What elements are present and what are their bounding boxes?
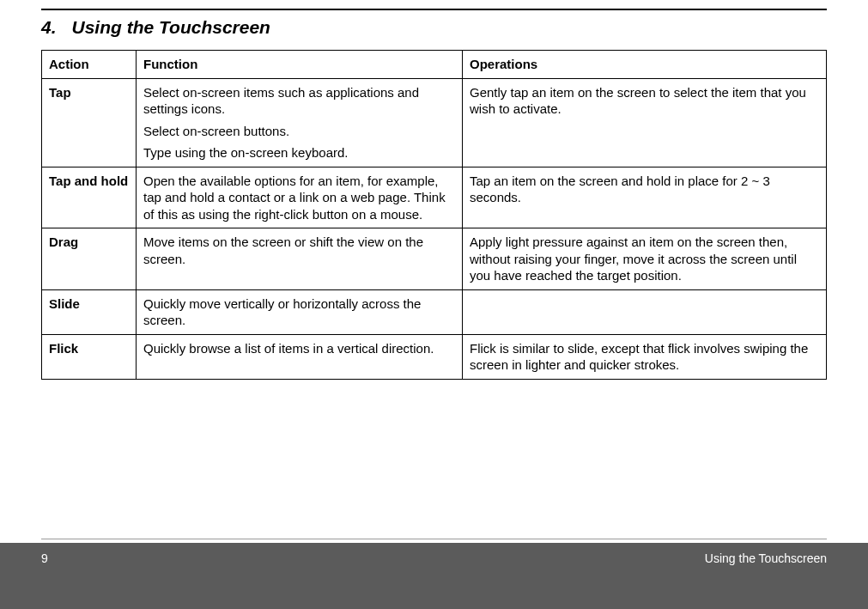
function-cell: Open the available options for an item, …: [137, 167, 463, 228]
page-number: 9: [41, 551, 48, 565]
table-row: Tap Select on-screen items such as appli…: [42, 78, 827, 167]
operations-cell: [463, 289, 827, 334]
section-title: 4.Using the Touchscreen: [41, 17, 827, 38]
function-text: Select on-screen buttons.: [143, 123, 455, 140]
footer-top-border: [41, 539, 827, 539]
table-header-row: Action Function Operations: [42, 51, 827, 79]
touchscreen-table: Action Function Operations Tap Select on…: [41, 50, 827, 380]
table-row: Tap and hold Open the available options …: [42, 167, 827, 228]
page-content: 4.Using the Touchscreen Action Function …: [0, 10, 868, 380]
operations-cell: Apply light pressure against an item on …: [463, 228, 827, 290]
function-text: Select on-screen items such as applicati…: [143, 84, 455, 118]
action-cell: Drag: [42, 228, 137, 290]
section-title-text: Using the Touchscreen: [72, 17, 270, 37]
table-row: Flick Quickly browse a list of items in …: [42, 334, 827, 379]
action-cell: Tap: [42, 78, 137, 167]
operations-cell: Tap an item on the screen and hold in pl…: [463, 167, 827, 228]
function-cell: Quickly move vertically or horizontally …: [137, 289, 463, 334]
function-text: Open the available options for an item, …: [143, 173, 455, 223]
function-cell: Quickly browse a list of items in a vert…: [137, 334, 463, 379]
action-cell: Flick: [42, 334, 137, 379]
function-text: Move items on the screen or shift the vi…: [143, 234, 455, 267]
action-cell: Tap and hold: [42, 167, 137, 228]
footer-label: Using the Touchscreen: [705, 551, 827, 565]
function-text: Type using the on-screen keyboard.: [143, 144, 455, 161]
col-header-operations: Operations: [463, 51, 827, 79]
function-cell: Move items on the screen or shift the vi…: [137, 228, 463, 290]
action-cell: Slide: [42, 289, 137, 334]
col-header-action: Action: [42, 51, 137, 79]
table-row: Slide Quickly move vertically or horizon…: [42, 289, 827, 334]
function-cell: Select on-screen items such as applicati…: [137, 78, 463, 167]
page-footer: 9 Using the Touchscreen: [0, 543, 868, 609]
operations-cell: Flick is similar to slide, except that f…: [463, 334, 827, 379]
function-text: Quickly browse a list of items in a vert…: [143, 340, 455, 357]
table-row: Drag Move items on the screen or shift t…: [42, 228, 827, 290]
operations-cell: Gently tap an item on the screen to sele…: [463, 78, 827, 167]
section-number: 4.: [41, 17, 57, 38]
col-header-function: Function: [137, 51, 463, 79]
function-text: Quickly move vertically or horizontally …: [143, 295, 455, 329]
